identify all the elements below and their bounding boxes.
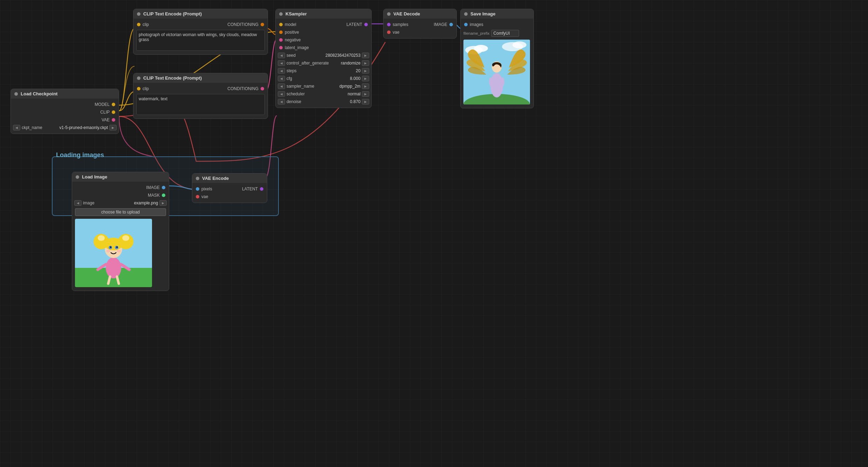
port-vae-row: vae: [384, 28, 456, 36]
node-status-dot: [76, 175, 79, 179]
port-clip-dot: [112, 110, 115, 114]
node-status-dot: [387, 12, 391, 16]
node-title: VAE Decode: [393, 11, 420, 16]
node-title: Load Checkpoint: [21, 91, 57, 96]
port-positive-dot: [279, 31, 283, 34]
save-image-node: Save Image images filename_prefix: [460, 9, 534, 108]
param-image-right[interactable]: ►: [159, 200, 167, 206]
port-clip-row: clip CONDITIONING: [133, 21, 268, 28]
node-body: clip CONDITIONING photograph of victoria…: [133, 19, 268, 54]
param-control-right[interactable]: ►: [362, 60, 369, 66]
svg-point-28: [117, 250, 121, 252]
port-image-label: IMAGE: [434, 22, 447, 27]
port-mask-row: MASK: [72, 191, 169, 199]
node-status-dot: [279, 12, 283, 16]
port-latent-image-label: latent_image: [285, 45, 309, 50]
port-latent-out: LATENT: [346, 22, 368, 27]
param-steps-value: 20: [356, 68, 360, 73]
port-image-out: IMAGE: [434, 22, 453, 27]
port-image-dot: [162, 186, 165, 189]
param-seed-left[interactable]: ◄: [278, 53, 285, 58]
param-arrow-right[interactable]: ►: [109, 125, 117, 130]
svg-line-15: [108, 277, 110, 284]
port-latent-label: LATENT: [242, 187, 258, 191]
filename-prefix-label: filename_prefix: [463, 31, 490, 35]
port-clip-in: clip: [137, 86, 149, 91]
port-vae-label: VAE: [102, 117, 110, 122]
port-clip-dot: [137, 23, 140, 26]
port-vae-dot: [112, 118, 115, 122]
choose-file-button[interactable]: choose file to upload: [75, 208, 166, 216]
node-title: Save Image: [470, 11, 496, 16]
param-ckpt-value: v1-5-pruned-emaonly.ckpt: [60, 125, 108, 130]
cartoon-preview-container: [72, 217, 169, 289]
node-body: clip CONDITIONING watermark, text: [133, 83, 268, 119]
port-mask-dot: [162, 194, 165, 197]
filename-prefix-input[interactable]: [491, 30, 519, 37]
port-negative-in: negative: [279, 38, 301, 42]
param-image-left[interactable]: ◄: [74, 200, 82, 206]
svg-point-20: [98, 235, 105, 241]
node-header-clip1: CLIP Text Encode (Prompt): [133, 9, 268, 19]
port-latent-image-row: latent_image: [276, 44, 371, 52]
svg-point-27: [106, 250, 110, 252]
param-steps-row: ◄ steps 20 ►: [276, 67, 371, 75]
group-label: Loading images: [56, 151, 104, 159]
param-denoise-left[interactable]: ◄: [278, 99, 285, 104]
param-image-name: image: [83, 201, 133, 205]
param-control-left[interactable]: ◄: [278, 60, 285, 66]
load-image-node: Load Image IMAGE MASK ◄ image example.pn…: [72, 172, 169, 291]
port-mask-label: MASK: [148, 193, 160, 198]
port-vae-dot: [387, 31, 391, 34]
node-body: MODEL CLIP VAE ◄ ckpt_name v1-5-pruned-e…: [11, 99, 119, 134]
param-image-value: example.png: [134, 201, 158, 205]
node-status-dot: [464, 12, 468, 16]
node-header-save-image: Save Image: [461, 9, 533, 19]
param-seed-value: 280823642470253: [325, 53, 360, 58]
param-sampler-left[interactable]: ◄: [278, 83, 285, 89]
param-steps-right[interactable]: ►: [362, 68, 369, 74]
param-cfg-right[interactable]: ►: [362, 76, 369, 81]
port-samples-dot: [387, 23, 391, 26]
node-body: images filename_prefix: [461, 19, 533, 108]
param-seed-right[interactable]: ►: [362, 53, 369, 58]
port-clip: CLIP: [100, 110, 115, 115]
port-pixels-in: pixels: [196, 187, 212, 191]
port-images-dot: [464, 23, 468, 26]
param-seed-row: ◄ seed 280823642470253 ►: [276, 52, 371, 59]
port-images-row: images: [461, 21, 533, 28]
param-scheduler-row: ◄ scheduler normal ►: [276, 90, 371, 98]
param-ckpt-row: ◄ ckpt_name v1-5-pruned-emaonly.ckpt ►: [11, 124, 119, 131]
port-positive-in: positive: [279, 30, 299, 35]
port-vae-in: vae: [196, 194, 208, 199]
port-images-label: images: [470, 22, 483, 27]
port-vae-dot: [196, 195, 199, 198]
port-negative-label: negative: [285, 38, 301, 42]
port-pixels-row: pixels LATENT: [192, 185, 267, 193]
param-sampler-right[interactable]: ►: [362, 83, 369, 89]
port-samples-in: samples: [387, 22, 408, 27]
svg-point-25: [110, 246, 111, 248]
port-negative-row: negative: [276, 36, 371, 44]
port-clip-row: clip CONDITIONING: [133, 85, 268, 93]
prompt-text-2[interactable]: watermark, text: [136, 94, 265, 115]
vae-decode-node: VAE Decode samples IMAGE vae: [383, 9, 457, 39]
port-vae-row: vae: [192, 193, 267, 201]
svg-point-8: [489, 77, 492, 86]
svg-point-6: [490, 73, 503, 97]
filename-row: filename_prefix: [461, 28, 533, 38]
node-status-dot: [137, 76, 140, 80]
param-control-row: ◄ control_after_generate randomize ►: [276, 59, 371, 67]
port-model-label: model: [285, 22, 296, 27]
param-scheduler-right[interactable]: ►: [362, 91, 369, 97]
prompt-text-1[interactable]: photograph of victorian woman with wings…: [136, 30, 265, 51]
svg-point-9: [501, 77, 504, 86]
param-scheduler-left[interactable]: ◄: [278, 91, 285, 97]
param-sampler-name: sampler_name: [287, 84, 338, 89]
param-denoise-right[interactable]: ►: [362, 99, 369, 104]
vae-encode-node: VAE Encode pixels LATENT vae: [192, 173, 267, 203]
param-cfg-left[interactable]: ◄: [278, 76, 285, 81]
param-arrow-left[interactable]: ◄: [13, 125, 20, 130]
output-image-preview: [463, 40, 530, 104]
param-steps-left[interactable]: ◄: [278, 68, 285, 74]
